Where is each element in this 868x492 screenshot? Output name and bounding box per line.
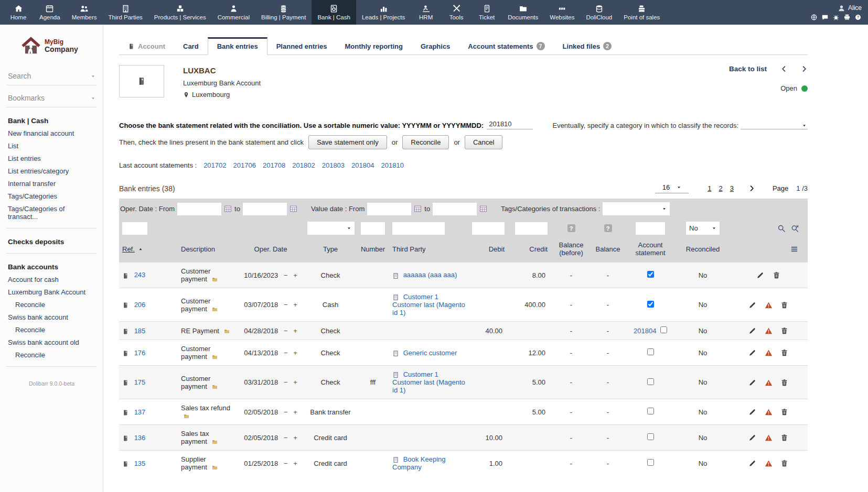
folder-icon[interactable] [211,277,218,282]
delete-trash-icon[interactable] [780,301,788,309]
calendar-icon[interactable] [290,205,297,213]
entry-ref-link[interactable]: 206 [134,301,146,309]
date-minus-button[interactable]: − [284,301,288,309]
entry-ref-link[interactable]: 175 [134,378,146,386]
statement-link[interactable]: 201702 [203,161,226,169]
sidebar-item[interactable]: List entries/category [7,165,97,177]
tab[interactable]: Account [119,38,174,54]
topnav-item[interactable]: Third Parties [103,0,148,25]
column-ref[interactable]: Ref. [122,245,135,253]
date-plus-button[interactable]: + [293,301,297,309]
edit-pencil-icon[interactable] [748,460,756,467]
tab[interactable]: Card [174,38,208,54]
edit-pencil-icon[interactable] [748,327,756,335]
entry-ref-link[interactable]: 137 [134,408,146,416]
date-minus-button[interactable]: − [284,408,288,416]
topnav-item[interactable]: HRM [411,0,441,25]
date-plus-button[interactable]: + [293,434,297,442]
topnav-item[interactable]: Leads | Projects [356,0,411,25]
sidebar-search-toggle[interactable]: Search [7,70,97,85]
user-menu[interactable]: Alice [838,4,862,12]
cancel-button[interactable]: Cancel [465,135,502,149]
date-minus-button[interactable]: − [284,349,288,357]
value-date-to-input[interactable] [433,203,477,215]
debit-filter-input[interactable] [472,222,505,235]
statement-checkbox[interactable] [647,459,654,466]
tab[interactable]: Graphics [412,38,459,54]
date-plus-button[interactable]: + [293,408,297,416]
sidebar-bookmarks-toggle[interactable]: Bookmarks [7,92,97,107]
edit-pencil-icon[interactable] [748,408,756,416]
sidebar-item[interactable]: Internal transfer [7,177,97,190]
date-minus-button[interactable]: − [284,434,288,442]
statement-link[interactable]: 201802 [292,161,315,169]
globe-icon[interactable] [810,14,818,21]
column-oper-date[interactable]: Oper. Date [254,245,287,253]
calendar-icon[interactable] [224,205,232,213]
sidebar-item[interactable]: Luxemburg Bank Account [7,286,97,298]
edit-pencil-icon[interactable] [748,349,756,357]
sidebar-item[interactable]: Reconcile [7,298,97,311]
column-third-party[interactable]: Third Party [392,245,426,253]
topnav-item[interactable]: Agenda [34,0,66,25]
type-filter-select[interactable] [307,222,355,235]
save-statement-only-button[interactable]: Save statement only [308,135,387,149]
delete-trash-icon[interactable] [780,460,788,467]
calendar-icon[interactable] [479,205,487,213]
tab[interactable]: Bank entries [208,37,267,55]
date-plus-button[interactable]: + [293,349,297,357]
sidebar-item[interactable]: List entries [7,152,97,165]
entry-ref-link[interactable]: 243 [134,271,146,279]
chevron-left-icon[interactable] [780,65,787,72]
statement-link[interactable]: 201706 [233,161,256,169]
topnav-item[interactable]: Ticket [471,0,502,25]
topnav-item[interactable]: Tools [441,0,471,25]
topnav-item[interactable]: Websites [544,0,580,25]
delete-trash-icon[interactable] [780,379,788,387]
topnav-item[interactable]: Billing | Payment [255,0,312,25]
company-logo[interactable]: MyBig Company [20,36,97,56]
topnav-item[interactable]: Documents [502,0,544,25]
folder-icon[interactable] [183,413,190,419]
oper-date-to-input[interactable] [243,203,287,215]
folder-icon[interactable] [211,307,218,312]
date-minus-button[interactable]: − [284,378,288,386]
chevron-right-icon[interactable] [801,65,808,72]
delete-trash-icon[interactable] [780,349,788,357]
column-reconciled[interactable]: Reconciled [686,245,720,253]
third-party-link[interactable]: aaaaaa (aaa aaa) [403,271,457,279]
entry-ref-link[interactable]: 185 [134,327,146,335]
sidebar-item[interactable]: Reconcile [7,323,97,336]
date-plus-button[interactable]: + [293,460,297,467]
delete-trash-icon[interactable] [773,271,780,279]
third-party-link[interactable]: Generic customer [403,349,457,357]
delete-trash-icon[interactable] [780,327,788,335]
calendar-icon[interactable] [414,205,422,213]
select-columns-icon[interactable] [790,245,798,253]
date-minus-button[interactable]: − [284,327,288,335]
folder-icon[interactable] [223,329,230,334]
statement-number-input[interactable] [487,119,533,129]
reconciled-filter-select[interactable]: No [686,222,720,235]
sidebar-item[interactable]: Tags/Categories [7,190,97,202]
delete-trash-icon[interactable] [780,434,788,442]
topnav-item[interactable]: Home [3,0,34,25]
folder-icon[interactable] [211,439,218,445]
folder-icon[interactable] [211,465,218,471]
statement-checkbox[interactable] [647,408,654,414]
statement-number-link[interactable]: 201804 [634,327,656,335]
third-party-link[interactable]: Book Keeping Company [392,455,446,471]
edit-pencil-icon[interactable] [748,379,756,387]
search-icon[interactable] [777,224,786,233]
column-description[interactable]: Description [181,245,215,253]
folder-icon[interactable] [211,384,218,390]
date-plus-button[interactable]: + [293,378,297,386]
edit-pencil-icon[interactable] [748,301,756,309]
folder-icon[interactable] [211,354,218,360]
statement-link[interactable]: 201803 [322,161,345,169]
oper-date-from-input[interactable] [177,203,221,215]
entry-ref-link[interactable]: 135 [134,460,146,467]
tab[interactable]: Linked files 2 [554,37,621,54]
third-party-filter-input[interactable] [392,222,445,235]
sidebar-item[interactable]: New financial account [7,127,97,139]
